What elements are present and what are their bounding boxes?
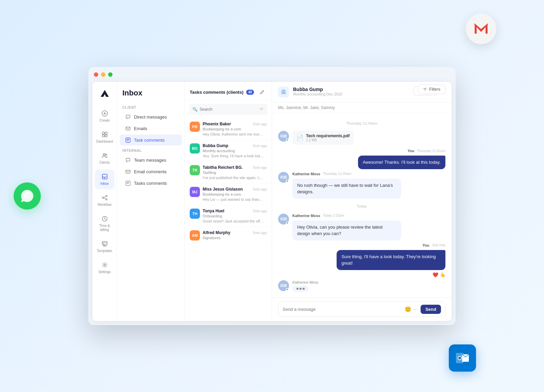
- msg-preview: I've just published the site again. Look…: [203, 176, 264, 180]
- sidebar-item-label-direct-messages: Direct messages: [134, 114, 167, 120]
- task-comments-icon: [125, 137, 131, 143]
- list-item[interactable]: TH Tonya Huel 5min ago Onboarding Good n…: [185, 205, 272, 227]
- sidebar-item-task-comments[interactable]: Task comments: [120, 135, 182, 145]
- msg-time: 5min ago: [253, 188, 267, 191]
- nav-label-create: Create: [99, 119, 109, 123]
- msg-name: Tonya Huel: [203, 209, 224, 213]
- send-button[interactable]: Send: [421, 305, 441, 314]
- nav-label-settings: Settings: [98, 270, 111, 274]
- list-item[interactable]: PB Phoenix Baker 5min ago Bookkeeping fo…: [185, 118, 272, 140]
- nav-item-settings[interactable]: Settings: [95, 258, 115, 278]
- avatar: KM: [278, 172, 289, 183]
- svg-point-17: [106, 195, 107, 197]
- avatar: KM: [278, 214, 289, 225]
- maximize-button[interactable]: [108, 72, 113, 77]
- nav-item-inbox[interactable]: Inbox: [95, 170, 115, 189]
- filters-button[interactable]: Filters: [418, 85, 445, 94]
- msg-row-sent: You Thursday 11:41am Awesome! Thanks. I'…: [278, 149, 445, 169]
- nav-item-create[interactable]: Create: [95, 106, 115, 126]
- list-item[interactable]: BG Bubba Gump 5min ago Monthly accountin…: [185, 140, 272, 162]
- filters-container: Filters: [418, 85, 445, 94]
- file-name: Tech requirements.pdf: [306, 133, 350, 138]
- msg-row-sent-now: You Just now Sure thing, I'll have a loo…: [278, 243, 445, 278]
- svg-rect-22: [102, 242, 107, 245]
- clients-icon: [101, 152, 108, 159]
- messages-badge: 40: [246, 90, 254, 95]
- gmail-float-icon: [466, 14, 496, 44]
- msg-subtitle: Onboarding: [203, 214, 267, 218]
- msg-row-received: KM Katherine Moss Thursday 11:44am No ru…: [278, 172, 445, 199]
- sidebar-item-team-messages[interactable]: Team messages: [120, 155, 182, 165]
- msg-subtitle: Taxfiling: [203, 171, 267, 175]
- direct-messages-icon: [125, 114, 131, 120]
- msg-preview: Hey Olivia, Katherine sent me over the l…: [203, 132, 264, 136]
- list-item[interactable]: AM Alfred Murphy 5min ago Signatures: [185, 227, 272, 245]
- titlebar: [88, 67, 456, 82]
- message-bubble-sent-now: Sure thing, I'll have a look today. They…: [337, 250, 445, 270]
- inbox-sidebar: Inbox CLIENT Direct messages Emails: [117, 82, 185, 321]
- dashboard-icon: [101, 131, 108, 138]
- msg-time: 5min ago: [253, 122, 267, 126]
- sidebar-item-label-team-messages: Team messages: [134, 158, 166, 163]
- message-input[interactable]: [283, 307, 402, 312]
- svg-line-19: [104, 196, 106, 198]
- sidebar-item-label-task-comments: Task comments: [134, 138, 165, 143]
- emoji-button[interactable]: 🙂: [405, 306, 411, 313]
- section-label-client: CLIENT: [117, 103, 185, 111]
- sidebar-item-email-comments[interactable]: Email comments: [120, 166, 182, 177]
- msg-subtitle: Bookkeeping for e-com: [203, 127, 267, 131]
- online-indicator: [286, 139, 289, 141]
- nav-label-dashboard: Dashboard: [96, 140, 113, 144]
- avatar: AM: [190, 230, 200, 240]
- sidebar-item-direct-messages[interactable]: Direct messages: [120, 111, 182, 122]
- company-icon: [278, 87, 289, 97]
- search-input[interactable]: [200, 107, 257, 112]
- search-icon: 🔍: [192, 107, 198, 112]
- nav-item-clients[interactable]: Clients: [95, 148, 115, 168]
- nav-item-dashboard[interactable]: Dashboard: [95, 127, 115, 147]
- chat-input-area: 🙂 ··· Send: [272, 297, 452, 321]
- file-attachment: 📄 Tech requirements.pdf 1.2 MB: [292, 131, 354, 145]
- section-label-internal: INTERNAL: [117, 146, 185, 154]
- chat-panel: Filters Bubba Gump Month: [272, 82, 452, 321]
- minimize-button[interactable]: [101, 72, 105, 77]
- svg-point-26: [104, 264, 105, 266]
- list-item[interactable]: MJ Miss Jesus Gislason 5min ago Bookkeep…: [185, 183, 272, 205]
- nav-label-templates: Templates: [97, 249, 113, 253]
- avatar: PB: [190, 122, 200, 132]
- create-icon: [101, 110, 108, 117]
- inbox-icon: [101, 173, 108, 180]
- more-input-options-button[interactable]: ···: [413, 306, 418, 313]
- nav-item-templates[interactable]: Templates: [95, 237, 115, 256]
- sidebar-item-label-emails: Emails: [134, 126, 147, 131]
- search-bar: 🔍: [189, 104, 268, 115]
- msg-row-typing: KM Katherine Moss: [278, 280, 445, 292]
- sidebar-item-tasks-comments[interactable]: Tasks comments: [120, 178, 182, 189]
- typing-dot-2: [300, 288, 302, 290]
- svg-rect-12: [105, 135, 107, 137]
- app-logo: [99, 87, 111, 100]
- close-button[interactable]: [94, 72, 98, 77]
- bubble-sender-name: Katherine Moss: [292, 214, 320, 218]
- msg-preview: Hey Liv — just wanted to say thanks for …: [203, 197, 264, 201]
- list-item[interactable]: TR Tabitha Reichert BG. 5min ago Taxfili…: [185, 162, 272, 183]
- svg-point-13: [103, 154, 105, 156]
- msg-subtitle: Signatures: [203, 236, 267, 240]
- bubble-sender-name: You: [408, 149, 414, 153]
- whatsapp-float-icon: ✆: [14, 182, 41, 210]
- msg-name: Phoenix Baker: [203, 122, 231, 126]
- sidebar-item-emails[interactable]: Emails: [120, 123, 182, 134]
- svg-rect-29: [126, 170, 130, 173]
- msg-time: 5min ago: [253, 231, 267, 235]
- nav-item-workflow[interactable]: Workflow: [95, 191, 115, 210]
- compose-button[interactable]: [257, 87, 267, 97]
- time-billing-icon: [101, 215, 108, 222]
- filter-button[interactable]: [259, 106, 264, 113]
- email-comments-icon: [125, 169, 131, 174]
- reaction-thumbsup: 👆: [440, 272, 445, 278]
- avatar: KM: [278, 131, 289, 142]
- avatar: TR: [190, 165, 200, 175]
- msg-subtitle: Bookkeeping for e-com: [203, 192, 267, 196]
- sidebar-item-label-tasks-comments: Tasks comments: [134, 181, 167, 186]
- nav-item-time-billing[interactable]: Time & billing: [95, 212, 115, 235]
